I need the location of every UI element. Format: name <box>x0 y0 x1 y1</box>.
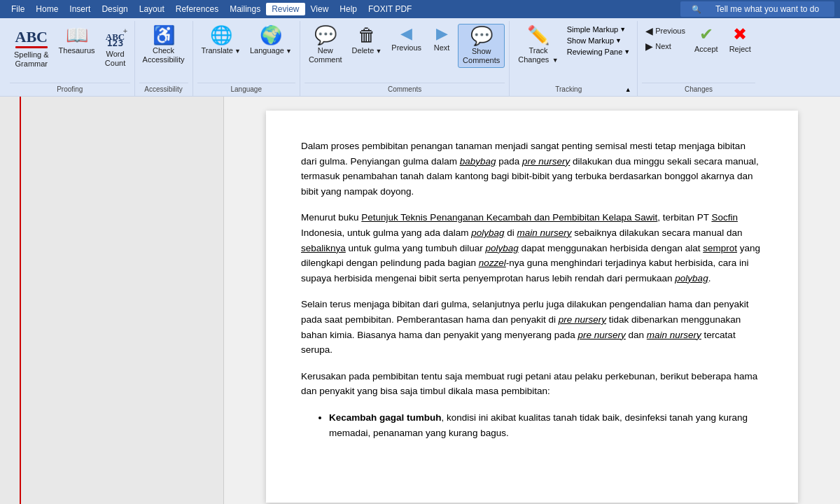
spelling-label: Spelling &Grammar <box>14 50 49 69</box>
showmarkup-arrow: ▼ <box>615 37 622 44</box>
word-count-button[interactable]: ABC 123 + WordCount <box>101 24 130 70</box>
delete-button[interactable]: 🗑 Delete▼ <box>348 24 386 57</box>
translate-icon: 🌐 <box>210 26 232 44</box>
search-icon: 🔍 <box>686 4 707 15</box>
nextchange-label: Next <box>655 42 671 50</box>
spelling-icon: ABC <box>15 26 48 48</box>
ribbon-group-changes: ◀ Previous ▶ Next ✔ Accept ✖ <box>638 21 760 96</box>
nextchange-icon: ▶ <box>645 41 653 52</box>
menu-help[interactable]: Help <box>334 3 363 15</box>
menu-references[interactable]: References <box>170 3 224 15</box>
simplemarkup-arrow: ▼ <box>620 26 626 33</box>
document-content-area[interactable]: Dalam proses pembibitan penangan tanaman… <box>224 97 840 504</box>
bullet-list: Kecambah gagal tumbuh, kondisi ini akiba… <box>329 410 763 440</box>
document-page: Dalam proses pembibitan penangan tanaman… <box>266 111 798 503</box>
accept-icon: ✔ <box>699 26 713 43</box>
menu-layout[interactable]: Layout <box>134 3 170 15</box>
tracking-right: Simple Markup ▼ Show Markup ▼ Reviewing … <box>564 24 633 57</box>
reject-button[interactable]: ✖ Reject <box>725 24 755 56</box>
proofing-buttons: ABC Spelling &Grammar 📖 Thesaurus ABC 12… <box>10 21 130 83</box>
trackchanges-icon: ✏️ <box>527 26 550 44</box>
thesaurus-button[interactable]: 📖 Thesaurus <box>55 24 99 57</box>
accept-label: Accept <box>694 45 718 54</box>
ribbon-group-language: 🌐 Translate▼ 🌍 Language▼ Language <box>193 21 300 96</box>
menu-foxitpdf[interactable]: FOXIT PDF <box>363 3 417 15</box>
language-buttons: 🌐 Translate▼ 🌍 Language▼ <box>197 21 295 83</box>
simplemarkup-label: Simple Markup <box>567 25 618 34</box>
changes-nav: ◀ Previous ▶ Next <box>642 24 689 53</box>
delete-label: Delete▼ <box>352 46 382 55</box>
changes-content: ◀ Previous ▶ Next ✔ Accept ✖ <box>642 21 755 83</box>
language-button[interactable]: 🌍 Language▼ <box>246 24 295 57</box>
reject-icon: ✖ <box>733 26 747 43</box>
accessibility-icon: ♿ <box>153 26 175 44</box>
menu-view[interactable]: View <box>305 3 335 15</box>
accept-button[interactable]: ✔ Accept <box>690 24 722 56</box>
tracking-content: ✏️ TrackChanges ▼ Simple Markup ▼ Show M… <box>514 21 633 83</box>
paragraph-3: Selain terus menjaga bibitan dari gulma,… <box>301 297 763 357</box>
newcomment-label: NewComment <box>309 46 342 64</box>
menu-insert[interactable]: Insert <box>64 3 96 15</box>
wordcount-icon: ABC 123 + <box>106 26 125 48</box>
show-markup-dropdown[interactable]: Show Markup ▼ <box>564 35 633 46</box>
ribbon-group-tracking: ✏️ TrackChanges ▼ Simple Markup ▼ Show M… <box>510 21 638 96</box>
bullet-item-1: Kecambah gagal tumbuh, kondisi ini akiba… <box>329 410 763 440</box>
comments-label-group: Comments <box>304 83 505 96</box>
language-icon: 🌍 <box>260 26 282 44</box>
showcomments-label: ShowComments <box>463 47 500 65</box>
accept-reject-group: ✔ Accept ✖ Reject <box>690 24 755 56</box>
document-area: Dalam proses pembibitan penangan tanaman… <box>0 97 840 504</box>
translate-label: Translate▼ <box>202 46 241 55</box>
newcomment-icon: 💬 <box>314 26 337 44</box>
accessibility-label-group: Accessibility <box>139 83 188 96</box>
paragraph-2: Menurut buku Petunjuk Teknis Penanganan … <box>301 210 763 286</box>
reviewingpane-label: Reviewing Pane <box>567 48 623 56</box>
translate-button[interactable]: 🌐 Translate▼ <box>197 24 245 57</box>
document-sidebar <box>0 97 224 504</box>
next-change-button[interactable]: ▶ Next <box>642 39 689 53</box>
showmarkup-label: Show Markup <box>567 36 614 45</box>
prev-icon: ◀ <box>400 26 412 41</box>
previous-comment-button[interactable]: ◀ Previous <box>387 24 426 55</box>
paragraph-4: Kerusakan pada pembibitan tentu saja mem… <box>301 369 763 399</box>
revision-red-line <box>20 97 21 504</box>
ribbon-group-proofing: ABC Spelling &Grammar 📖 Thesaurus ABC 12… <box>6 21 135 96</box>
comments-buttons: 💬 NewComment 🗑 Delete▼ ◀ Previous ▶ Next… <box>304 21 505 83</box>
language-label-group: Language <box>197 83 295 96</box>
accessibility-label: CheckAccessibility <box>143 46 185 64</box>
ribbon-group-accessibility: ♿ CheckAccessibility Accessibility <box>135 21 193 96</box>
search-label: Tell me what you want to do <box>710 3 825 15</box>
tracking-expand-button[interactable]: ▲ <box>623 85 633 94</box>
menu-review[interactable]: Review <box>266 3 304 15</box>
next-icon: ▶ <box>436 26 448 41</box>
prevchange-label: Previous <box>655 27 685 35</box>
track-changes-button[interactable]: ✏️ TrackChanges ▼ <box>514 24 562 66</box>
wordcount-label: WordCount <box>105 50 125 68</box>
prev-label: Previous <box>391 43 421 52</box>
reject-label: Reject <box>729 45 751 54</box>
simple-markup-dropdown[interactable]: Simple Markup ▼ <box>564 24 633 35</box>
reviewing-pane-dropdown[interactable]: Reviewing Pane ▼ <box>564 46 633 57</box>
tracking-label-group: Tracking <box>514 83 623 96</box>
showcomments-icon: 💬 <box>470 27 493 45</box>
prevchange-icon: ◀ <box>645 25 653 36</box>
language-label: Language▼ <box>250 46 292 55</box>
previous-change-button[interactable]: ◀ Previous <box>642 24 689 38</box>
menu-home[interactable]: Home <box>30 3 64 15</box>
trackchanges-label: TrackChanges ▼ <box>518 46 558 64</box>
spelling-grammar-button[interactable]: ABC Spelling &Grammar <box>10 24 53 71</box>
reviewingpane-arrow: ▼ <box>624 48 630 55</box>
menu-design[interactable]: Design <box>96 3 133 15</box>
new-comment-button[interactable]: 💬 NewComment <box>304 24 346 66</box>
thesaurus-icon: 📖 <box>66 26 88 44</box>
show-comments-button[interactable]: 💬 ShowComments <box>458 24 505 68</box>
next-comment-button[interactable]: ▶ Next <box>427 24 456 55</box>
ribbon: ABC Spelling &Grammar 📖 Thesaurus ABC 12… <box>0 18 840 97</box>
next-label: Next <box>434 43 450 52</box>
accessibility-buttons: ♿ CheckAccessibility <box>139 21 188 83</box>
proofing-label: Proofing <box>10 83 130 96</box>
check-accessibility-button[interactable]: ♿ CheckAccessibility <box>139 24 188 66</box>
menu-file[interactable]: File <box>6 3 30 15</box>
search-box[interactable]: 🔍 Tell me what you want to do <box>680 1 834 17</box>
menu-mailings[interactable]: Mailings <box>224 3 266 15</box>
